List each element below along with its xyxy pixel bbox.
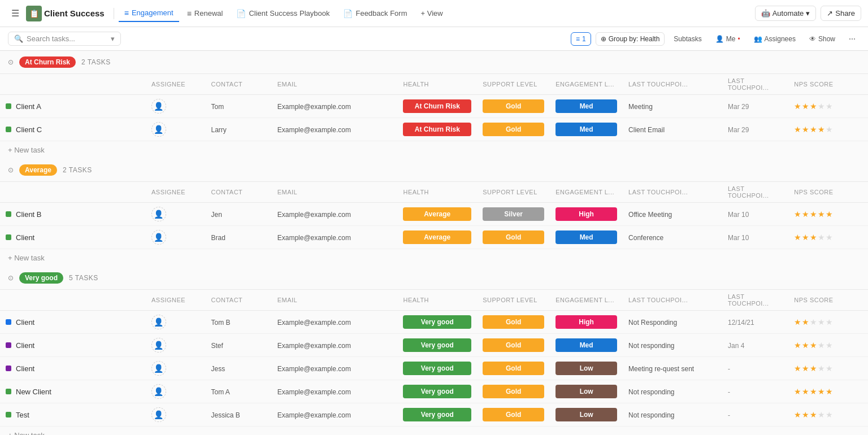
touch2-cell: Mar 10 bbox=[722, 203, 788, 226]
engagement-cell: High bbox=[550, 203, 623, 226]
col-header-nps: NPS SCORE bbox=[788, 182, 868, 203]
tab-playbook[interactable]: 📄 Client Success Playbook bbox=[231, 6, 335, 21]
nps-stars: ★★★★★ bbox=[794, 387, 862, 396]
support-badge: Gold bbox=[483, 408, 544, 421]
toolbar-right: ≡ 1 ⊕ Group by: Health Subtasks 👤 Me • 👥… bbox=[571, 32, 860, 46]
support-badge: Gold bbox=[483, 338, 544, 352]
touch2-value: - bbox=[728, 388, 730, 396]
group-chevron-churn[interactable]: ⊙ bbox=[8, 58, 14, 66]
subtasks-button[interactable]: Subtasks bbox=[669, 33, 706, 45]
table-row[interactable]: Client B 👤 Jen Example@example.com Avera… bbox=[0, 203, 868, 226]
new-task-button[interactable]: + New task bbox=[0, 141, 868, 159]
table-row[interactable]: Client A 👤 Tom Example@example.com At Ch… bbox=[0, 95, 868, 118]
assignee-cell: 👤 bbox=[146, 334, 206, 357]
avatar: 👤 bbox=[151, 207, 166, 221]
email-cell: Example@example.com bbox=[272, 203, 398, 226]
tab-add-view[interactable]: + View bbox=[415, 6, 449, 21]
touch2-cell: - bbox=[722, 357, 788, 380]
engagement-cell: Med bbox=[550, 334, 623, 357]
show-button[interactable]: 👁 Show bbox=[805, 33, 840, 45]
top-nav: ☰ 📋 Client Success ≡ Engagement ≡ Renewa… bbox=[0, 0, 868, 27]
nps-stars: ★★★★★ bbox=[794, 410, 862, 419]
task-name-text: Client A bbox=[16, 102, 41, 111]
share-button[interactable]: ↗ Share bbox=[821, 6, 861, 21]
contact-cell: Jen bbox=[205, 203, 271, 226]
star-filled: ★ bbox=[810, 102, 817, 111]
avatar-icon: 👤 bbox=[154, 233, 163, 242]
email-cell: Example@example.com bbox=[272, 95, 398, 118]
assignee-cell: 👤 bbox=[146, 226, 206, 249]
col-header-health: HEALTH bbox=[397, 74, 477, 95]
nps-cell: ★★★★★ bbox=[788, 95, 868, 118]
group-by-button[interactable]: ⊕ Group by: Health bbox=[596, 32, 665, 46]
hamburger-menu[interactable]: ☰ bbox=[7, 6, 24, 21]
tab-feedback[interactable]: 📄 Feedback Form bbox=[337, 6, 413, 21]
automate-button[interactable]: 🤖 Automate ▾ bbox=[755, 6, 817, 21]
filter-icon: ≡ bbox=[576, 35, 580, 43]
nps-cell: ★★★★★ bbox=[788, 380, 868, 403]
filter-button[interactable]: ≡ 1 bbox=[571, 32, 591, 46]
touch1-value: Not responding bbox=[628, 342, 674, 350]
health-cell: Average bbox=[397, 203, 477, 226]
email-cell: Example@example.com bbox=[272, 311, 398, 334]
group-badge-churn: At Churn Risk bbox=[19, 56, 76, 68]
col-header-name bbox=[0, 74, 146, 95]
star-empty: ★ bbox=[826, 364, 833, 373]
support-cell: Gold bbox=[477, 380, 550, 403]
col-header-contact: CONTACT bbox=[205, 182, 271, 203]
touch1-value: Meeting bbox=[628, 103, 653, 111]
support-cell: Gold bbox=[477, 403, 550, 427]
group-chevron-average[interactable]: ⊙ bbox=[8, 166, 14, 174]
table-row[interactable]: Client 👤 Stef Example@example.com Very g… bbox=[0, 334, 868, 357]
email-value: Example@example.com bbox=[277, 126, 351, 134]
me-button[interactable]: 👤 Me • bbox=[711, 33, 745, 45]
group-chevron-verygood[interactable]: ⊙ bbox=[8, 274, 14, 282]
avatar: 👤 bbox=[151, 338, 166, 353]
search-box[interactable]: 🔍 Search tasks... ▾ bbox=[8, 32, 121, 46]
star-filled: ★ bbox=[826, 210, 833, 219]
table-row[interactable]: Client 👤 Jess Example@example.com Very g… bbox=[0, 357, 868, 380]
tab-engagement[interactable]: ≡ Engagement bbox=[119, 5, 179, 22]
touch1-cell: Client Email bbox=[623, 118, 722, 141]
health-cell: Very good bbox=[397, 357, 477, 380]
contact-name: Tom bbox=[211, 103, 224, 111]
star-filled: ★ bbox=[794, 233, 801, 242]
health-cell: Very good bbox=[397, 334, 477, 357]
avatar: 👤 bbox=[151, 315, 166, 329]
table-row[interactable]: New Client 👤 Tom A Example@example.com V… bbox=[0, 380, 868, 403]
star-filled: ★ bbox=[802, 341, 809, 350]
table-row[interactable]: Client 👤 Tom B Example@example.com Very … bbox=[0, 311, 868, 334]
engagement-badge: Med bbox=[555, 99, 617, 113]
touch1-cell: Not responding bbox=[623, 334, 722, 357]
engagement-cell: Med bbox=[550, 95, 623, 118]
table-row[interactable]: Test 👤 Jessica B Example@example.com Ver… bbox=[0, 403, 868, 427]
email-cell: Example@example.com bbox=[272, 380, 398, 403]
assignees-button[interactable]: 👥 Assignees bbox=[749, 33, 800, 45]
tab-renewal[interactable]: ≡ Renewal bbox=[181, 6, 229, 21]
touch1-value: Not responding bbox=[628, 388, 674, 396]
star-empty: ★ bbox=[818, 364, 825, 373]
new-task-button[interactable]: + New task bbox=[0, 249, 868, 267]
col-header-health: HEALTH bbox=[397, 182, 477, 203]
contact-name: Tom A bbox=[211, 388, 229, 396]
task-dot bbox=[6, 234, 11, 240]
nav-right-actions: 🤖 Automate ▾ ↗ Share bbox=[755, 6, 861, 21]
table-row[interactable]: Client C 👤 Larry Example@example.com At … bbox=[0, 118, 868, 141]
nps-cell: ★★★★★ bbox=[788, 357, 868, 380]
task-name-cell: Client bbox=[0, 226, 146, 249]
automate-chevron-icon: ▾ bbox=[806, 9, 810, 18]
group-header-churn: ⊙ At Churn Risk 2 TASKS bbox=[0, 51, 868, 74]
col-header-assignee: ASSIGNEE bbox=[146, 182, 206, 203]
support-cell: Gold bbox=[477, 357, 550, 380]
col-header-touch2: LAST TOUCHPOI... bbox=[722, 74, 788, 95]
star-filled: ★ bbox=[802, 387, 809, 396]
col-header-assignee: ASSIGNEE bbox=[146, 290, 206, 311]
engagement-badge: High bbox=[555, 207, 617, 221]
new-task-button[interactable]: + New task bbox=[0, 427, 868, 435]
more-options-button[interactable]: ⋯ bbox=[844, 33, 860, 45]
table-row[interactable]: Client 👤 Brad Example@example.com Averag… bbox=[0, 226, 868, 249]
nps-cell: ★★★★★ bbox=[788, 311, 868, 334]
task-dot bbox=[6, 103, 11, 109]
nps-stars: ★★★★★ bbox=[794, 364, 862, 373]
engagement-badge: Low bbox=[555, 385, 617, 398]
